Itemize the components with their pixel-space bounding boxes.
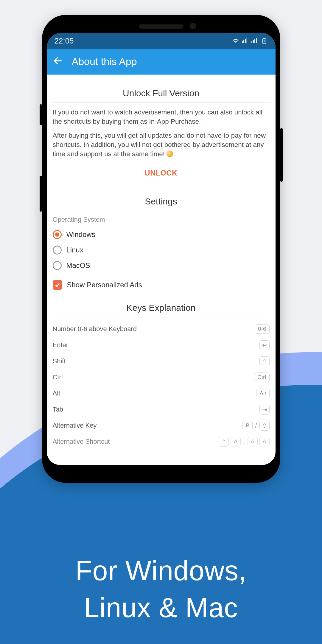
key-row: Alternative Shortcut ⌃ A , A A — [53, 434, 270, 450]
radio-label: Linux — [66, 246, 83, 254]
svg-rect-1 — [242, 41, 243, 43]
divider — [53, 317, 270, 317]
radio-macos[interactable]: MacOS — [53, 261, 270, 270]
radio-icon — [53, 261, 62, 270]
radio-icon — [53, 230, 62, 239]
key-label: Shift — [53, 357, 66, 365]
divider — [53, 211, 270, 211]
wifi-icon: + — [232, 38, 239, 44]
phone-side-button — [40, 176, 42, 212]
separator: , — [242, 438, 245, 446]
key-row: Alternative Key B / ⇧ — [53, 418, 270, 434]
key-badge: B — [242, 421, 253, 430]
promo-line2: Linux & Mac — [0, 589, 322, 626]
signal-icon — [242, 38, 249, 44]
key-row: Alt Alt — [53, 385, 270, 401]
key-badge: ↩ — [259, 340, 270, 350]
os-label: Operating System — [53, 216, 270, 224]
radio-linux[interactable]: Linux — [53, 246, 270, 255]
key-row: Enter ↩ — [53, 337, 270, 353]
signal-r-icon: R — [251, 38, 258, 44]
key-label: Alternative Shortcut — [53, 438, 110, 446]
key-label: Alternative Key — [53, 422, 97, 429]
key-label: Number 0-6 above Keyboard — [53, 325, 137, 333]
back-button[interactable] — [53, 56, 63, 67]
key-badge: Ctrl — [254, 373, 270, 382]
app-title: About this App — [72, 56, 137, 67]
divider — [53, 103, 270, 103]
separator: / — [254, 422, 257, 429]
promo-line1: For Windows, — [0, 552, 322, 589]
content-area[interactable]: Unlock Full Version If you do not want t… — [47, 75, 276, 450]
unlock-paragraph-2: After buying this, you will get all upda… — [53, 131, 270, 159]
radio-icon — [53, 246, 62, 255]
radio-label: Windows — [66, 230, 95, 239]
key-badge: ⇧ — [259, 356, 270, 366]
svg-rect-2 — [243, 40, 244, 43]
key-badge: ⇥ — [259, 405, 270, 415]
svg-rect-11 — [263, 38, 265, 39]
svg-text:R: R — [258, 38, 258, 41]
status-bar: 22:05 + R — [47, 33, 276, 49]
svg-rect-4 — [246, 38, 247, 43]
svg-rect-7 — [254, 39, 255, 43]
key-badge: ⇧ — [259, 421, 270, 431]
key-row: Tab ⇥ — [53, 401, 270, 418]
key-row: Number 0-6 above Keyboard 0-6 — [53, 321, 270, 337]
phone-side-button — [280, 128, 283, 182]
unlock-paragraph-1: If you do not want to watch advertisemen… — [53, 108, 270, 126]
arrow-left-icon — [53, 56, 63, 66]
key-label: Ctrl — [53, 373, 63, 381]
key-row: Shift ⇧ — [53, 353, 270, 369]
key-badge: A — [231, 437, 241, 446]
key-label: Enter — [53, 341, 69, 349]
svg-rect-3 — [245, 39, 246, 43]
svg-text:+: + — [238, 38, 239, 41]
keys-section-title: Keys Explanation — [53, 296, 270, 317]
checkbox-icon — [53, 280, 62, 290]
key-badge: Alt — [256, 389, 269, 398]
key-badge: 0-6 — [255, 324, 269, 334]
svg-rect-8 — [256, 38, 257, 43]
app-bar: About this App — [47, 49, 276, 75]
key-row: Ctrl Ctrl — [53, 369, 270, 385]
settings-section-title: Settings — [53, 189, 270, 211]
key-label: Alt — [53, 389, 60, 397]
unlock-button[interactable]: UNLOCK — [145, 169, 178, 177]
checkbox-label: Show Personalized Ads — [67, 281, 142, 289]
svg-rect-5 — [251, 41, 252, 43]
phone-screen: 22:05 + R About this App Unlock Full Ver… — [47, 33, 276, 465]
radio-label: MacOS — [66, 261, 90, 270]
phone-side-button — [40, 104, 42, 125]
battery-icon — [261, 38, 268, 44]
promo-caption: For Windows, Linux & Mac — [0, 552, 322, 626]
svg-rect-6 — [253, 40, 254, 43]
smile-emoji-icon — [167, 150, 173, 157]
unlock-section-title: Unlock Full Version — [53, 81, 270, 103]
key-badge: ⌃ — [219, 437, 229, 447]
radio-windows[interactable]: Windows — [53, 230, 270, 239]
key-badge: A — [259, 437, 270, 446]
key-badge: A — [248, 437, 258, 446]
check-icon — [55, 282, 60, 288]
status-icons: + R — [232, 38, 268, 44]
checkbox-personalized-ads[interactable]: Show Personalized Ads — [53, 280, 270, 290]
phone-frame: 22:05 + R About this App Unlock Full Ver… — [42, 15, 280, 483]
key-label: Tab — [53, 406, 63, 413]
status-time: 22:05 — [55, 36, 74, 46]
keys-list: Number 0-6 above Keyboard 0-6 Enter ↩ Sh… — [53, 321, 270, 450]
